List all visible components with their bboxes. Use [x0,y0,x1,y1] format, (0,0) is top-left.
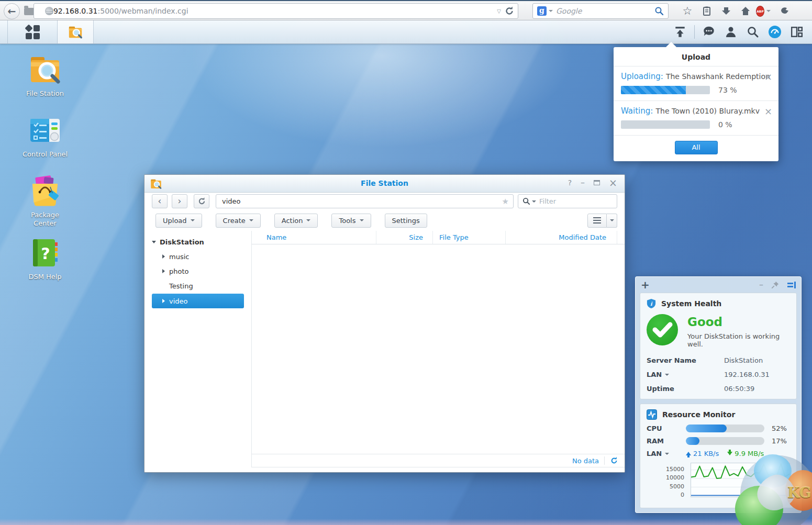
forward-button[interactable]: › [172,194,187,208]
url-host: 192.168.0.31 [49,7,98,15]
browser-back-button[interactable]: ← [4,3,20,19]
upload-all-button[interactable]: All [675,141,718,154]
upload-arrow-icon [686,452,691,455]
tree-item-video-selected[interactable]: video [152,294,244,308]
collapse-triangle-icon[interactable] [152,241,156,243]
tools-menu-button[interactable]: Tools [331,214,371,228]
expand-triangle-icon[interactable] [162,299,165,303]
desktop-icon-file-station[interactable]: File Station [16,53,74,98]
menu-hamburger-icon[interactable] [797,7,809,15]
filter-magnifier-icon [522,197,530,205]
filter-input[interactable] [539,197,613,205]
system-health-widget: i System Health Good Your DiskStation is… [640,293,797,399]
expand-triangle-icon[interactable] [162,254,165,259]
chart-y-tick-label: 0 [681,492,684,498]
widgets-icon[interactable] [789,24,805,40]
help-button[interactable]: ? [568,178,572,187]
notification-icon[interactable] [778,5,791,17]
url-dropdown-icon[interactable]: ▽ [494,8,504,14]
search-input[interactable] [556,7,654,15]
cpu-label: CPU [647,425,686,432]
caret-down-icon [249,219,253,221]
cancel-upload-icon[interactable]: × [764,107,772,116]
window-titlebar[interactable]: File Station ? – × [144,175,625,193]
dsm-help-icon: ? [28,236,62,270]
adblock-caret-icon[interactable] [766,10,771,12]
desktop-icon-label: File Station [16,90,74,98]
home-icon[interactable] [739,5,752,17]
notifications-icon[interactable] [701,24,717,40]
filter-search-box[interactable] [518,194,617,208]
dock-panel-icon[interactable] [787,282,796,288]
cancel-upload-icon[interactable]: × [764,73,772,81]
chart-plot-area [691,463,790,497]
close-button[interactable]: × [609,179,617,186]
info-label[interactable]: LAN [647,371,724,378]
filter-caret-icon[interactable] [532,200,536,203]
main-menu-icon [26,25,39,39]
list-view-button[interactable] [587,214,607,228]
search-go-icon[interactable] [654,6,664,16]
favorite-star-icon[interactable]: ★ [502,197,509,206]
reload-icon[interactable] [504,6,515,16]
refresh-list-icon[interactable] [610,456,618,465]
chart-y-tick-label: 15000 [666,466,684,473]
info-row: Server Name DiskStation [647,356,790,364]
adblock-icon[interactable]: ABP [759,5,771,17]
bookmark-star-icon[interactable]: ☆ [681,5,694,17]
column-header-size[interactable]: Size [376,231,433,244]
chart-y-axis-labels: 150001000050000 [647,463,691,497]
upload-menu-button[interactable]: Upload [155,214,202,228]
ram-row: RAM 17% [647,437,790,445]
column-header-file-type[interactable]: File Type [433,231,506,244]
tree-item-testing[interactable]: Testing [144,278,251,293]
status-separator [604,456,605,465]
column-header-modified-date[interactable]: Modified Date [506,231,617,244]
lan-label[interactable]: LAN [647,450,686,457]
tree-item-music[interactable]: music [144,249,251,264]
file-station-icon [68,24,83,40]
desktop-icon-label: Package Center [24,211,66,228]
search-bar[interactable]: g [532,3,669,19]
search-icon[interactable] [745,24,761,40]
tree-item-photo[interactable]: photo [144,264,251,278]
lan-caret-icon[interactable] [665,453,669,455]
path-field[interactable]: ★ [216,194,514,208]
tree-item-diskstation[interactable]: DiskStation [144,234,251,249]
desktop-icon-control-panel[interactable]: Control Panel [16,114,74,159]
add-widget-button[interactable]: + [641,280,650,289]
back-button[interactable]: ‹ [152,194,168,208]
minimize-button[interactable]: – [581,180,585,185]
bookmarks-sidebar-icon[interactable] [700,5,713,17]
path-input[interactable] [222,197,502,205]
status-text: No data [572,457,599,465]
action-menu-button[interactable]: Action [274,214,318,228]
lan-row: LAN 21 KB/s 9.9 MB/s [647,450,790,457]
user-options-icon[interactable] [723,24,739,40]
create-menu-button[interactable]: Create [216,214,261,228]
main-menu-button[interactable] [8,20,58,43]
column-header-name[interactable]: Name [252,231,376,244]
downloads-icon[interactable] [720,5,732,17]
upload-progress-track [621,120,710,129]
expand-triangle-icon[interactable] [162,269,165,273]
url-bar[interactable]: 192.168.0.31:5000/webman/index.cgi ▽ [34,3,518,19]
upload-queue-icon[interactable] [672,24,688,40]
status-bar: No data [252,454,625,467]
search-engine-caret-icon[interactable] [549,10,553,12]
site-identity-globe-icon[interactable] [45,7,53,15]
refresh-button[interactable] [194,194,209,208]
tab-icon[interactable] [24,8,34,15]
pilot-view-icon[interactable] [767,24,783,40]
view-options-dropdown[interactable] [607,214,617,228]
desktop-icon-label: DSM Help [16,273,74,281]
google-logo-icon[interactable]: g [537,6,547,16]
maximize-button[interactable] [594,180,600,185]
lan-caret-icon[interactable] [665,374,669,376]
settings-button[interactable]: Settings [385,214,427,228]
desktop-icon-package-center[interactable]: Package Center [16,174,74,228]
minimize-widgets-button[interactable]: – [759,282,763,287]
pin-icon[interactable] [771,281,780,289]
desktop-icon-dsm-help[interactable]: ? DSM Help [16,236,74,281]
taskbar-file-station-button[interactable] [58,20,94,43]
